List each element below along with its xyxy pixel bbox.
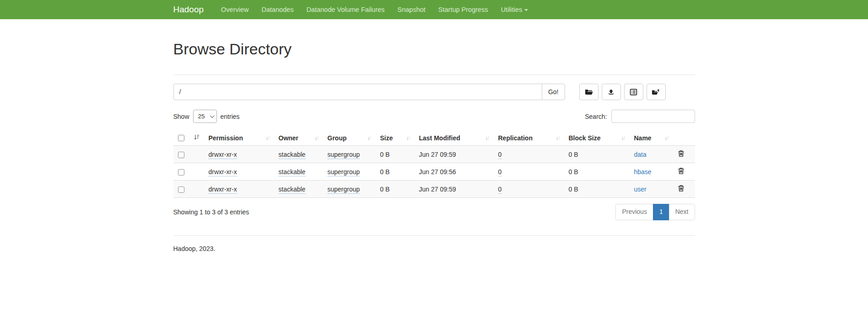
- page-title: Browse Directory: [173, 40, 695, 58]
- size-value: 0 B: [380, 151, 390, 158]
- header-label: Owner: [279, 134, 299, 142]
- header-label: Name: [634, 134, 652, 142]
- sort-amount-icon: [194, 134, 199, 142]
- pagination-previous-button[interactable]: Previous: [615, 204, 653, 220]
- page-size-value: 25: [198, 113, 205, 120]
- replication-value: 0: [498, 151, 502, 159]
- nav-item-datanodes[interactable]: Datanodes: [255, 1, 300, 18]
- header-last-modified[interactable]: Last Modified↓↑: [415, 131, 494, 146]
- directory-table: Permission↓↑ Owner↓↑ Group↓↑ Size↓↑ Last…: [173, 131, 695, 198]
- group-value: supergroup: [328, 168, 360, 176]
- nav-item-startup-progress[interactable]: Startup Progress: [432, 1, 495, 18]
- sort-icon: ↓↑: [367, 135, 371, 141]
- table-footer: Showing 1 to 3 of 3 entries Previous 1 N…: [173, 204, 695, 220]
- header-select-all[interactable]: [173, 131, 204, 146]
- directory-link[interactable]: hbase: [634, 168, 652, 176]
- footer-divider: [173, 235, 695, 236]
- permission-value: drwxr-xr-x: [209, 186, 237, 194]
- navbar-menu: Overview Datanodes Datanode Volume Failu…: [215, 1, 534, 18]
- directory-path-input[interactable]: [173, 84, 542, 100]
- header-replication[interactable]: Replication↓↑: [494, 131, 564, 146]
- page-size-select[interactable]: 25: [193, 110, 217, 123]
- folder-move-icon: [652, 89, 660, 96]
- search-control: Search:: [585, 110, 695, 123]
- size-value: 0 B: [380, 186, 390, 193]
- path-input-group: Go!: [173, 84, 565, 100]
- block-size-value: 0 B: [569, 186, 578, 193]
- pagination-next-button[interactable]: Next: [669, 204, 695, 220]
- chevron-down-icon: [524, 9, 528, 11]
- cut-and-paste-button[interactable]: [624, 84, 643, 100]
- header-size[interactable]: Size↓↑: [376, 131, 415, 146]
- directory-link[interactable]: user: [634, 186, 647, 193]
- clipboard-list-icon: [630, 89, 637, 96]
- header-owner[interactable]: Owner↓↑: [274, 131, 323, 146]
- delete-button[interactable]: [678, 150, 685, 159]
- group-value: supergroup: [328, 151, 360, 159]
- header-label: Group: [328, 134, 347, 142]
- header-label: Permission: [209, 134, 243, 142]
- trash-icon: [678, 152, 685, 159]
- nav-item-snapshot[interactable]: Snapshot: [391, 1, 432, 18]
- table-header-row: Permission↓↑ Owner↓↑ Group↓↑ Size↓↑ Last…: [173, 131, 695, 146]
- pagination: Previous 1 Next: [615, 204, 695, 220]
- permission-value: drwxr-xr-x: [209, 151, 237, 159]
- entries-summary: Showing 1 to 3 of 3 entries: [173, 208, 249, 216]
- header-actions: [673, 131, 695, 146]
- utilities-label: Utilities: [501, 6, 523, 13]
- sort-icon: ↓↑: [266, 135, 270, 141]
- table-row: drwxr-xr-x stackable supergroup 0 B Jun …: [173, 146, 695, 163]
- pagination-page-1-button[interactable]: 1: [653, 204, 669, 220]
- delete-button[interactable]: [678, 185, 685, 193]
- table-row: drwxr-xr-x stackable supergroup 0 B Jun …: [173, 163, 695, 181]
- directory-link[interactable]: data: [634, 151, 647, 158]
- entries-label: entries: [221, 113, 240, 120]
- nav-item-datanode-volume-failures[interactable]: Datanode Volume Failures: [300, 1, 391, 18]
- owner-value: stackable: [279, 186, 306, 194]
- header-label: Size: [380, 134, 393, 142]
- move-to-folder-button[interactable]: [647, 84, 666, 100]
- replication-value: 0: [498, 186, 502, 194]
- permission-value: drwxr-xr-x: [209, 168, 237, 176]
- sort-icon: ↓↑: [406, 135, 410, 141]
- create-directory-button[interactable]: [579, 84, 598, 100]
- footer-text: Hadoop, 2023.: [173, 245, 695, 252]
- sort-icon: ↓↑: [485, 135, 489, 141]
- search-label: Search:: [585, 113, 607, 120]
- sort-icon: ↓↑: [665, 135, 669, 141]
- header-label: Last Modified: [419, 134, 460, 142]
- search-input[interactable]: [611, 110, 695, 123]
- header-permission[interactable]: Permission↓↑: [204, 131, 274, 146]
- folder-open-icon: [585, 89, 593, 96]
- sort-icon: ↓↑: [315, 135, 318, 141]
- size-value: 0 B: [380, 168, 390, 176]
- header-group[interactable]: Group↓↑: [323, 131, 376, 146]
- trash-icon: [678, 169, 685, 176]
- chevron-down-icon: [210, 113, 214, 118]
- show-label: Show: [173, 113, 189, 120]
- group-value: supergroup: [328, 186, 360, 194]
- table-controls: Show 25 entries Search:: [173, 110, 695, 123]
- nav-item-overview[interactable]: Overview: [215, 1, 255, 18]
- table-row: drwxr-xr-x stackable supergroup 0 B Jun …: [173, 181, 695, 198]
- top-navbar: Hadoop Overview Datanodes Datanode Volum…: [0, 0, 868, 19]
- go-button[interactable]: Go!: [542, 84, 565, 100]
- last-modified-value: Jun 27 09:56: [419, 168, 456, 176]
- select-all-checkbox[interactable]: [178, 135, 184, 141]
- header-name[interactable]: Name↓↑: [630, 131, 673, 146]
- row-checkbox[interactable]: [178, 186, 184, 193]
- block-size-value: 0 B: [569, 168, 578, 176]
- show-entries-control: Show 25 entries: [173, 110, 240, 123]
- header-divider: [173, 75, 695, 75]
- header-label: Block Size: [569, 134, 601, 142]
- row-checkbox[interactable]: [178, 152, 184, 158]
- row-checkbox[interactable]: [178, 169, 184, 176]
- upload-files-button[interactable]: [602, 84, 621, 100]
- delete-button[interactable]: [678, 167, 685, 176]
- brand-hadoop[interactable]: Hadoop: [173, 5, 209, 15]
- nav-item-utilities-dropdown[interactable]: Utilities: [495, 1, 535, 18]
- header-block-size[interactable]: Block Size↓↑: [564, 131, 630, 146]
- owner-value: stackable: [279, 151, 306, 159]
- upload-icon: [607, 89, 615, 96]
- sort-icon: ↓↑: [556, 135, 560, 141]
